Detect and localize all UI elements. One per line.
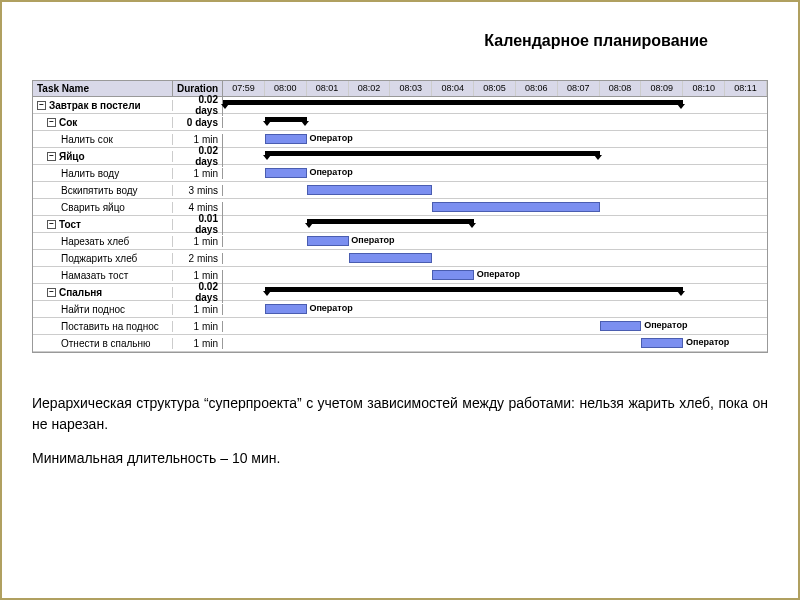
timeline-tick: 08:07 <box>558 81 600 96</box>
timeline-tick: 08:05 <box>474 81 516 96</box>
gantt-chart: Task Name Duration 07:5908:0008:0108:020… <box>32 80 768 353</box>
timeline-tick: 07:59 <box>223 81 265 96</box>
caption-min-duration: Минимальная длительность – 10 мин. <box>32 450 768 466</box>
gantt-row[interactable]: Поставить на поднос1 minОператор <box>33 318 767 335</box>
collapse-toggle-icon[interactable]: − <box>47 288 56 297</box>
gantt-row[interactable]: Намазать тост1 minОператор <box>33 267 767 284</box>
timeline-tick: 08:03 <box>390 81 432 96</box>
gantt-header: Task Name Duration 07:5908:0008:0108:020… <box>33 81 767 97</box>
gantt-row[interactable]: Вскипятить воду3 mins <box>33 182 767 199</box>
task-name-text: Поставить на поднос <box>61 321 159 332</box>
duration-cell: 3 mins <box>173 185 223 196</box>
duration-cell: 1 min <box>173 270 223 281</box>
resource-label: Оператор <box>309 167 352 177</box>
summary-bar[interactable] <box>265 287 683 292</box>
timeline-tick: 08:06 <box>516 81 558 96</box>
task-name-text: Поджарить хлеб <box>61 253 137 264</box>
bar-area <box>223 114 767 131</box>
task-bar[interactable] <box>432 202 599 212</box>
summary-bar[interactable] <box>223 100 683 105</box>
timeline-tick: 08:01 <box>307 81 349 96</box>
gantt-row[interactable]: −Сок0 days <box>33 114 767 131</box>
timeline-tick: 08:00 <box>265 81 307 96</box>
task-bar[interactable] <box>307 236 349 246</box>
collapse-toggle-icon[interactable]: − <box>47 118 56 127</box>
duration-cell: 1 min <box>173 321 223 332</box>
gantt-row[interactable]: −Яйцо0.02 days <box>33 148 767 165</box>
bar-area: Оператор <box>223 301 767 318</box>
task-bar[interactable] <box>265 134 307 144</box>
bar-area: Оператор <box>223 335 767 352</box>
duration-cell: 0.01 days <box>173 213 223 235</box>
duration-cell: 1 min <box>173 236 223 247</box>
task-name-cell[interactable]: Налить сок <box>33 134 173 145</box>
collapse-toggle-icon[interactable]: − <box>47 152 56 161</box>
gantt-row[interactable]: −Тост0.01 days <box>33 216 767 233</box>
resource-label: Оператор <box>309 133 352 143</box>
task-name-cell[interactable]: −Яйцо <box>33 151 173 162</box>
gantt-row[interactable]: Отнести в спальню1 minОператор <box>33 335 767 352</box>
task-name-cell[interactable]: Найти поднос <box>33 304 173 315</box>
gantt-row[interactable]: Найти поднос1 minОператор <box>33 301 767 318</box>
bar-area <box>223 148 767 165</box>
col-header-task[interactable]: Task Name <box>33 81 173 96</box>
timeline-tick: 08:11 <box>725 81 767 96</box>
gantt-row[interactable]: Поджарить хлеб2 mins <box>33 250 767 267</box>
bar-area <box>223 182 767 199</box>
task-name-text: Найти поднос <box>61 304 125 315</box>
task-name-text: Вскипятить воду <box>61 185 138 196</box>
timeline-tick: 08:09 <box>641 81 683 96</box>
task-name-text: Отнести в спальню <box>61 338 151 349</box>
task-name-cell[interactable]: Поставить на поднос <box>33 321 173 332</box>
resource-label: Оператор <box>351 235 394 245</box>
task-bar[interactable] <box>307 185 433 195</box>
task-name-cell[interactable]: −Сок <box>33 117 173 128</box>
duration-cell: 0.02 days <box>173 94 223 116</box>
slide: Календарное планирование Task Name Durat… <box>0 0 800 600</box>
gantt-row[interactable]: Нарезать хлеб1 minОператор <box>33 233 767 250</box>
duration-cell: 1 min <box>173 304 223 315</box>
gantt-row[interactable]: Налить сок1 minОператор <box>33 131 767 148</box>
collapse-toggle-icon[interactable]: − <box>37 101 46 110</box>
task-name-cell[interactable]: −Завтрак в постели <box>33 100 173 111</box>
caption-text: Иерархическая структура “суперпроекта” с… <box>32 393 768 435</box>
resource-label: Оператор <box>644 320 687 330</box>
duration-cell: 1 min <box>173 338 223 349</box>
gantt-row[interactable]: −Спальня0.02 days <box>33 284 767 301</box>
timeline-tick: 08:08 <box>600 81 642 96</box>
duration-cell: 2 mins <box>173 253 223 264</box>
task-bar[interactable] <box>641 338 683 348</box>
summary-bar[interactable] <box>265 151 600 156</box>
task-name-text: Налить сок <box>61 134 113 145</box>
bar-area: Оператор <box>223 131 767 148</box>
summary-bar[interactable] <box>265 117 307 122</box>
collapse-toggle-icon[interactable]: − <box>47 220 56 229</box>
task-name-text: Налить воду <box>61 168 119 179</box>
task-bar[interactable] <box>265 304 307 314</box>
bar-area <box>223 250 767 267</box>
task-bar[interactable] <box>265 168 307 178</box>
summary-bar[interactable] <box>307 219 474 224</box>
gantt-row[interactable]: Налить воду1 minОператор <box>33 165 767 182</box>
page-title: Календарное планирование <box>32 32 708 50</box>
task-name-cell[interactable]: Сварить яйцо <box>33 202 173 213</box>
task-name-cell[interactable]: Отнести в спальню <box>33 338 173 349</box>
task-name-cell[interactable]: −Спальня <box>33 287 173 298</box>
timeline-tick: 08:04 <box>432 81 474 96</box>
task-name-cell[interactable]: Нарезать хлеб <box>33 236 173 247</box>
task-bar[interactable] <box>432 270 474 280</box>
task-name-cell[interactable]: Вскипятить воду <box>33 185 173 196</box>
task-bar[interactable] <box>600 321 642 331</box>
task-name-text: Сок <box>59 117 77 128</box>
task-name-cell[interactable]: Налить воду <box>33 168 173 179</box>
duration-cell: 4 mins <box>173 202 223 213</box>
task-name-cell[interactable]: Намазать тост <box>33 270 173 281</box>
task-name-cell[interactable]: Поджарить хлеб <box>33 253 173 264</box>
timeline-tick: 08:10 <box>683 81 725 96</box>
task-bar[interactable] <box>349 253 433 263</box>
task-name-cell[interactable]: −Тост <box>33 219 173 230</box>
gantt-row[interactable]: Сварить яйцо4 mins <box>33 199 767 216</box>
task-name-text: Тост <box>59 219 81 230</box>
gantt-row[interactable]: −Завтрак в постели0.02 days <box>33 97 767 114</box>
resource-label: Оператор <box>309 303 352 313</box>
